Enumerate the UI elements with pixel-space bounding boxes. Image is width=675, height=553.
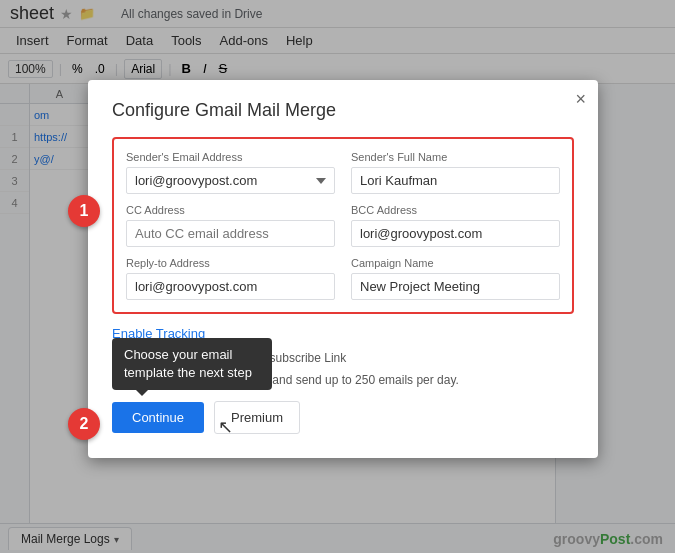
cc-address-group: CC Address [126,204,335,247]
upgrade-suffix: and send up to 250 emails per day. [272,373,459,387]
email-template-tooltip: Choose your email template the next step [112,338,272,390]
modal-title: Configure Gmail Mail Merge [112,100,574,121]
sender-name-group: Sender's Full Name [351,151,560,194]
form-row-2: CC Address BCC Address [126,204,560,247]
sender-email-label: Sender's Email Address [126,151,335,163]
form-section: Sender's Email Address lori@groovypost.c… [112,137,574,314]
sender-name-input[interactable] [351,167,560,194]
bcc-address-group: BCC Address [351,204,560,247]
bcc-address-label: BCC Address [351,204,560,216]
form-row-3: Reply-to Address Campaign Name [126,257,560,300]
reply-to-group: Reply-to Address [126,257,335,300]
sender-email-group: Sender's Email Address lori@groovypost.c… [126,151,335,194]
campaign-name-group: Campaign Name [351,257,560,300]
sender-email-select[interactable]: lori@groovypost.com [126,167,335,194]
reply-to-input[interactable] [126,273,335,300]
step-2-circle: 2 [68,408,100,440]
continue-button[interactable]: Continue [112,402,204,433]
reply-to-label: Reply-to Address [126,257,335,269]
cc-address-input[interactable] [126,220,335,247]
campaign-name-input[interactable] [351,273,560,300]
sender-name-label: Sender's Full Name [351,151,560,163]
buttons-row: Choose your email template the next step… [112,401,574,434]
configure-mail-merge-modal: × Configure Gmail Mail Merge Sender's Em… [88,80,598,458]
form-row-1: Sender's Email Address lori@groovypost.c… [126,151,560,194]
cc-address-label: CC Address [126,204,335,216]
campaign-name-label: Campaign Name [351,257,560,269]
bcc-address-input[interactable] [351,220,560,247]
step-1-circle: 1 [68,195,100,227]
modal-close-button[interactable]: × [575,90,586,108]
premium-button[interactable]: Premium [214,401,300,434]
